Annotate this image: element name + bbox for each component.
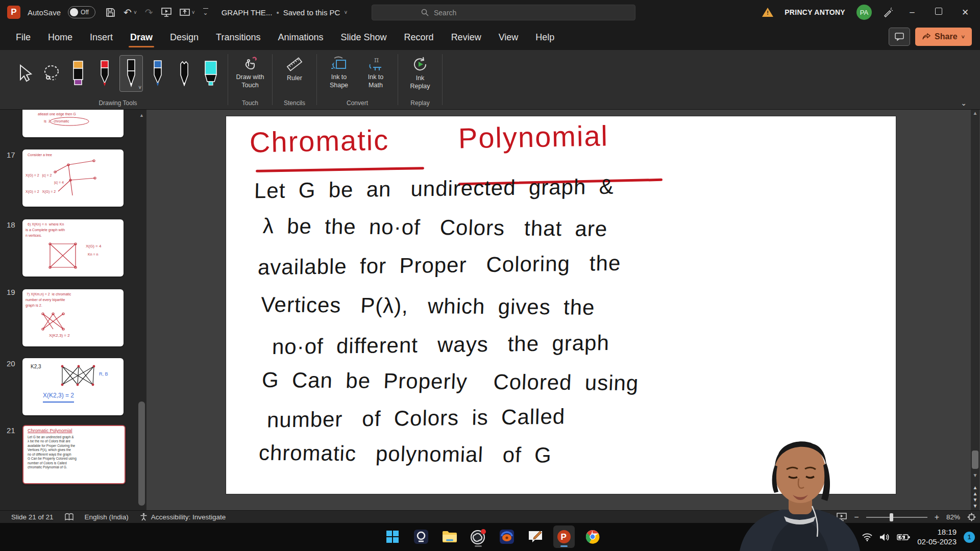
red-pen[interactable] [93, 55, 116, 92]
undo-dropdown-icon[interactable]: ˅ [134, 10, 137, 15]
powerpoint-app-icon: P [556, 529, 572, 544]
thumbnail-slide-20[interactable]: K2,3 R, B X(K2,3) = 2 [22, 358, 124, 415]
next-slide-button-2[interactable]: ▼ [973, 504, 978, 508]
pen-options-icon[interactable]: ˅ [138, 85, 141, 90]
ink-replay-button[interactable]: Ink Replay [403, 55, 437, 90]
close-button[interactable]: ✕ [958, 7, 973, 18]
tab-insert[interactable]: Insert [81, 24, 121, 50]
thumbnail-slide-21-selected[interactable]: Chromatic Polynomial Let G be an undirec… [22, 425, 126, 484]
slideshow-from-beginning-icon[interactable] [161, 8, 172, 17]
ink-to-shape-button[interactable]: Ink to Shape [322, 55, 356, 89]
droidcam-app-button[interactable] [496, 525, 518, 548]
search-input[interactable]: Search [372, 5, 635, 20]
thumbnail-slide-16[interactable]: atleast one edge then G is 2 - chromatic [22, 110, 124, 137]
next-slide-button[interactable]: ▼ [973, 497, 978, 502]
thumbnail-slide-17[interactable]: Consider a tree X(G) = 2 |c| = 2 |c| = 4… [22, 149, 124, 207]
slide-editing-surface[interactable]: Chromatic Polynomial Let G be an undirec… [226, 116, 896, 494]
avatar[interactable]: PA [856, 5, 872, 20]
eraser-tool[interactable] [66, 55, 90, 92]
cursor-arrow-icon [17, 64, 33, 83]
tab-help[interactable]: Help [527, 24, 563, 50]
volume-icon[interactable] [879, 533, 890, 541]
slide-number-20: 20 [7, 359, 15, 368]
comments-button[interactable] [889, 28, 910, 46]
thumb-scrollbar-handle[interactable] [138, 402, 145, 506]
tab-home[interactable]: Home [39, 24, 81, 50]
tab-file[interactable]: File [7, 24, 39, 50]
toolbar-overflow-button[interactable]: ⌄ [203, 8, 208, 16]
collapse-ribbon-icon[interactable]: ⌄ [961, 99, 967, 107]
notes-button[interactable]: Notes [782, 513, 812, 521]
stencils-group-label: Stencils [278, 99, 311, 108]
tab-record[interactable]: Record [396, 24, 443, 50]
search-placeholder: Search [434, 9, 456, 17]
lasso-select-tool[interactable] [40, 55, 63, 92]
battery-charging-icon[interactable] [897, 534, 910, 541]
warning-icon[interactable]: ! [762, 8, 773, 17]
tab-animations[interactable]: Animations [269, 24, 332, 50]
slide-scrollbar[interactable]: ▲ ▼ ▲ ▲ ▼ ▼ [971, 110, 979, 510]
language-button[interactable]: English (India) [85, 513, 129, 521]
slideshow-view-icon[interactable] [837, 513, 847, 521]
minimize-button[interactable]: – [904, 7, 920, 17]
ink-to-math-button[interactable]: π Ink to Math [359, 55, 393, 89]
black-pen-selected[interactable]: ˅ [119, 55, 143, 92]
save-status-dropdown-icon[interactable]: ˅ [344, 10, 347, 15]
save-status[interactable]: Saved to this PC [283, 8, 340, 17]
fit-slide-to-window-icon[interactable] [967, 513, 976, 521]
pencil-tool[interactable] [173, 55, 196, 92]
blue-pen[interactable] [146, 55, 169, 92]
designer-pen-icon[interactable] [883, 7, 893, 17]
normal-view-icon[interactable] [819, 513, 829, 521]
zoom-slider-handle[interactable] [890, 513, 893, 521]
annotation-app-button[interactable] [525, 525, 546, 548]
ruler-button[interactable]: Ruler [278, 55, 311, 83]
obs-studio-button[interactable] [468, 525, 489, 548]
thumbnail-slide-19[interactable]: 7) X(Km,n) = 2 ie chromatic number of ev… [22, 289, 124, 346]
previous-slide-button[interactable]: ▲ [973, 485, 978, 490]
taskbar-clock[interactable]: 18:19 02-05-2023 [917, 528, 957, 547]
scrollbar-handle[interactable] [972, 450, 978, 469]
camera-app-button[interactable] [410, 525, 432, 548]
draw-with-touch-button[interactable]: Draw with Touch [233, 55, 267, 89]
save-icon[interactable] [106, 8, 115, 17]
notification-badge[interactable]: 1 [964, 532, 975, 543]
wifi-icon[interactable] [862, 533, 872, 541]
start-button[interactable] [382, 525, 403, 548]
previous-slide-button-2[interactable]: ▲ [973, 491, 978, 496]
zoom-in-button[interactable]: + [935, 513, 939, 522]
zoom-percent[interactable]: 82% [946, 513, 960, 521]
file-explorer-button[interactable] [439, 525, 460, 548]
user-name[interactable]: PRINCY ANTONY [785, 8, 845, 16]
tab-transitions[interactable]: Transitions [207, 24, 269, 50]
tab-review[interactable]: Review [443, 24, 490, 50]
tab-draw[interactable]: Draw [121, 24, 161, 50]
tab-design[interactable]: Design [161, 24, 207, 50]
zoom-out-button[interactable]: − [854, 513, 859, 522]
select-tool[interactable] [13, 55, 37, 92]
autosave-label: AutoSave [28, 8, 61, 17]
zoom-slider[interactable] [866, 517, 927, 518]
autosave-toggle[interactable]: Off [68, 6, 95, 18]
slide-indicator[interactable]: Slide 21 of 21 [11, 513, 54, 521]
replay-group-label: Replay [403, 99, 437, 108]
tab-slide-show[interactable]: Slide Show [332, 24, 396, 50]
restore-button[interactable] [931, 7, 946, 17]
thumb-scroll-up-icon[interactable]: ▲ [138, 113, 145, 118]
undo-button[interactable]: ↶ [124, 8, 132, 17]
tab-view[interactable]: View [490, 24, 527, 50]
spellcheck-button[interactable] [65, 513, 74, 521]
powerpoint-taskbar-button[interactable]: P [553, 525, 575, 548]
accessibility-checker[interactable]: Accessibility: Investigate [140, 513, 226, 521]
share-button[interactable]: Share ˅ [915, 28, 972, 46]
scroll-up-icon[interactable]: ▲ [973, 110, 978, 117]
scroll-down-icon[interactable]: ▼ [973, 472, 978, 479]
document-title[interactable]: GRAPH THE... [222, 8, 273, 17]
toggle-knob-icon [70, 8, 78, 16]
thumbnail-slide-18[interactable]: 6) X(Kn) = n where Kn is a Complete grap… [22, 219, 124, 277]
thumbnail-scrollbar[interactable]: ▲ [138, 113, 145, 507]
present-icon[interactable] [180, 8, 190, 17]
present-dropdown-icon[interactable]: ˅ [192, 10, 195, 15]
highlighter-tool[interactable] [199, 55, 223, 92]
chrome-button[interactable] [582, 525, 603, 548]
